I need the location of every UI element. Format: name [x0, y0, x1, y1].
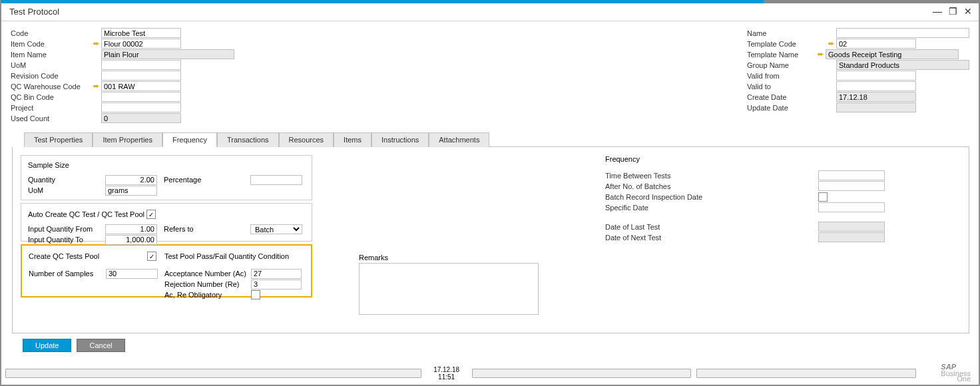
- batch-record-date-label: Batch Record Inspection Date: [605, 193, 725, 201]
- status-right: [696, 369, 916, 378]
- template-name-input: [826, 49, 959, 59]
- batch-record-date-checkbox[interactable]: [818, 192, 828, 202]
- time-between-input[interactable]: [818, 170, 885, 180]
- item-name-label: Item Name: [11, 51, 91, 59]
- link-arrow-icon[interactable]: [91, 82, 101, 91]
- create-date-label: Create Date: [747, 93, 826, 101]
- item-code-input[interactable]: [101, 39, 181, 49]
- date-last-test-input: [818, 222, 885, 232]
- frequency-section: Frequency Time Between Tests After No. o…: [605, 155, 885, 315]
- frequency-title: Frequency: [605, 155, 885, 163]
- input-qty-to-label: Input Quantity To: [28, 236, 105, 244]
- revision-label: Revision Code: [11, 72, 91, 80]
- template-code-label: Template Code: [747, 40, 826, 48]
- valid-to-label: Valid to: [747, 83, 826, 91]
- update-date-label: Update Date: [747, 104, 826, 112]
- quantity-label: Quantity: [28, 176, 105, 184]
- re-input[interactable]: [251, 280, 302, 290]
- percentage-input[interactable]: [250, 175, 302, 185]
- uom-input[interactable]: [101, 60, 181, 70]
- valid-from-label: Valid from: [747, 72, 826, 80]
- status-time: 11:51: [427, 373, 467, 381]
- tab-attachments[interactable]: Attachments: [429, 132, 489, 147]
- revision-input[interactable]: [101, 71, 181, 81]
- auto-create-checkbox[interactable]: ✓: [146, 210, 156, 219]
- update-button[interactable]: Update: [23, 339, 71, 352]
- status-bar: 17.12.18 11:51: [5, 366, 975, 381]
- project-label: Project: [11, 104, 91, 112]
- oblig-checkbox[interactable]: [251, 290, 260, 299]
- tab-strip: Test Properties Item Properties Frequenc…: [24, 132, 969, 147]
- date-next-test-input: [818, 232, 885, 242]
- code-label: Code: [11, 29, 91, 37]
- close-icon[interactable]: ✕: [964, 6, 972, 17]
- header-right: Name Template Code Template Name Group N…: [747, 28, 969, 123]
- tab-frequency[interactable]: Frequency: [162, 132, 217, 147]
- window-title: Test Protocol: [9, 7, 59, 17]
- used-count-input: [101, 113, 181, 123]
- percentage-label: Percentage: [164, 176, 250, 184]
- after-batches-input[interactable]: [818, 181, 885, 191]
- input-qty-from-label: Input Quantity From: [28, 225, 105, 233]
- num-samples-label: Number of Samples: [29, 270, 106, 278]
- oblig-label: Ac, Re Obligatory: [164, 291, 251, 299]
- date-last-test-label: Date of Last Test: [605, 223, 725, 231]
- sap-logo: SAPBusinessOne: [941, 361, 971, 382]
- name-input[interactable]: [836, 28, 969, 38]
- tab-item-properties[interactable]: Item Properties: [93, 132, 162, 147]
- status-left: [5, 369, 421, 378]
- valid-from-input[interactable]: [836, 71, 916, 81]
- link-arrow-icon[interactable]: [815, 50, 826, 59]
- group-name-label: Group Name: [747, 61, 826, 69]
- tab-panel-frequency: Sample Size Quantity UoM Percentage: [12, 147, 969, 333]
- auto-create-panel: Auto Create QC Test / QC Test Pool ✓ Inp…: [21, 203, 312, 242]
- item-code-label: Item Code: [11, 40, 91, 48]
- tab-transactions[interactable]: Transactions: [217, 132, 279, 147]
- tab-instructions[interactable]: Instructions: [371, 132, 429, 147]
- tab-resources[interactable]: Resources: [279, 132, 334, 147]
- remarks-textarea[interactable]: [359, 263, 539, 315]
- update-date-input: [836, 102, 916, 112]
- sample-size-title: Sample Size: [28, 161, 305, 169]
- date-next-test-label: Date of Next Test: [605, 234, 725, 242]
- name-label: Name: [747, 29, 826, 37]
- group-name-input: [836, 60, 969, 70]
- re-label: Rejection Number (Re): [164, 280, 251, 288]
- cancel-button[interactable]: Cancel: [77, 339, 124, 352]
- time-between-label: Time Between Tests: [605, 172, 725, 180]
- minimize-icon[interactable]: —: [933, 6, 942, 17]
- qc-bin-label: QC Bin Code: [11, 93, 91, 101]
- qc-bin-input[interactable]: [101, 92, 181, 102]
- sample-uom-label: UoM: [28, 186, 105, 194]
- qc-warehouse-input[interactable]: [101, 81, 181, 91]
- specific-date-label: Specific Date: [605, 204, 725, 212]
- title-bar: Test Protocol — ❐ ✕: [1, 3, 979, 21]
- input-qty-to[interactable]: [105, 235, 157, 245]
- qc-warehouse-label: QC Warehouse Code: [11, 83, 91, 91]
- item-name-input: [101, 49, 234, 59]
- sample-uom-input[interactable]: [105, 186, 157, 196]
- refers-to-select[interactable]: Batch: [250, 224, 302, 234]
- pool-condition-title: Test Pool Pass/Fail Quantity Condition: [164, 252, 289, 260]
- project-input[interactable]: [101, 102, 181, 112]
- status-date: 17.12.18: [427, 366, 467, 373]
- num-samples-input[interactable]: [106, 269, 158, 279]
- maximize-icon[interactable]: ❐: [949, 6, 957, 17]
- link-arrow-icon[interactable]: [91, 39, 101, 48]
- ac-input[interactable]: [251, 269, 302, 279]
- input-qty-from[interactable]: [105, 224, 157, 234]
- tab-items[interactable]: Items: [334, 132, 371, 147]
- valid-to-input[interactable]: [836, 81, 916, 91]
- after-batches-label: After No. of Batches: [605, 182, 725, 190]
- link-arrow-icon[interactable]: [826, 39, 836, 48]
- specific-date-input[interactable]: [818, 202, 885, 212]
- template-code-input[interactable]: [836, 39, 916, 49]
- quantity-input[interactable]: [105, 175, 157, 185]
- create-pool-checkbox[interactable]: ✓: [147, 252, 156, 261]
- tab-test-properties[interactable]: Test Properties: [24, 132, 93, 147]
- code-input[interactable]: [101, 28, 181, 38]
- remarks-label: Remarks: [359, 254, 388, 262]
- template-name-label: Template Name: [747, 51, 826, 59]
- qc-tests-pool-panel: Create QC Tests Pool ✓ Number of Samples…: [21, 244, 312, 297]
- header-left: Code Item Code Item Name UoM Revision Co…: [11, 28, 234, 123]
